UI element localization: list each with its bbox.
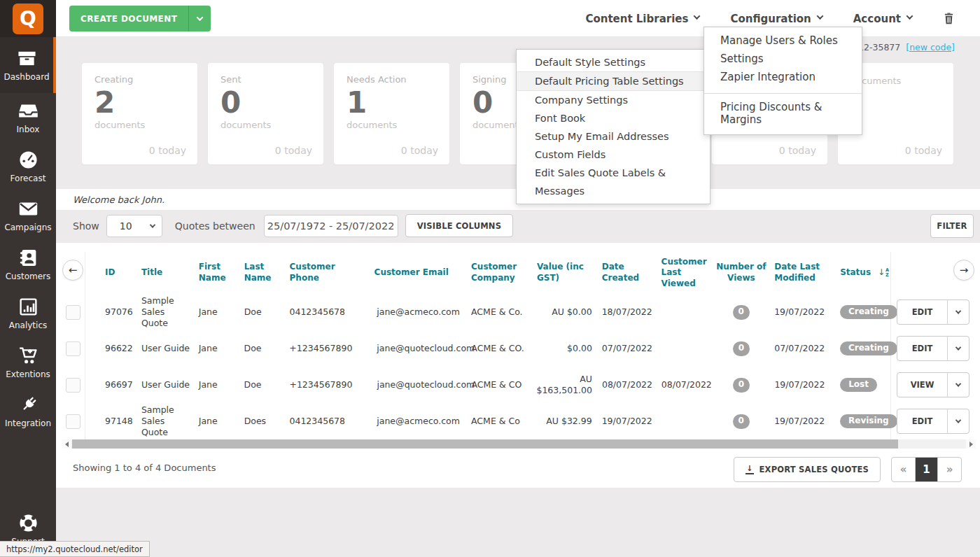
cell-date-modified: 07/07/2022: [767, 343, 830, 354]
row-action-button[interactable]: EDIT: [897, 409, 969, 434]
col-header-value[interactable]: Value (inc GST): [528, 262, 596, 283]
sidebar-item-forecast[interactable]: Forecast: [0, 142, 56, 191]
scrollbar-thumb[interactable]: [72, 439, 898, 449]
chevron-down-icon[interactable]: [947, 409, 969, 433]
sidebar-item-dashboard[interactable]: Dashboard: [0, 37, 56, 93]
pagination-next-button[interactable]: »: [938, 458, 961, 481]
submenu-item-edit-sales-quote-labels[interactable]: Edit Sales Quote Labels & Messages: [517, 164, 710, 200]
right-arrow-icon: →: [960, 264, 969, 276]
col-header-date-created[interactable]: Date Created: [596, 262, 656, 283]
cell-title: Sample Sales Quote: [137, 295, 193, 330]
col-header-id[interactable]: ID: [85, 267, 137, 278]
scroll-columns-left-button[interactable]: ←: [62, 260, 83, 281]
sidebar-item-campaigns[interactable]: Campaigns: [0, 191, 56, 240]
new-code-link[interactable]: [new code]: [906, 42, 955, 52]
col-header-customer-email[interactable]: Customer Email: [350, 267, 467, 278]
cell-phone: +1234567890: [285, 379, 350, 390]
row-action-button[interactable]: EDIT: [897, 299, 969, 325]
submenu-item-custom-fields[interactable]: Custom Fields: [517, 146, 710, 164]
create-document-button[interactable]: CREATE DOCUMENT: [69, 6, 211, 31]
sidebar-item-extentions[interactable]: Extentions: [0, 338, 56, 387]
stat-card-sent[interactable]: Sent 0 documents 0 today: [208, 63, 323, 164]
card-today: 0 today: [275, 145, 312, 156]
submenu-item-company-settings[interactable]: Company Settings: [517, 91, 710, 109]
col-header-customer-phone[interactable]: Customer Phone: [286, 262, 351, 283]
row-checkbox[interactable]: [66, 305, 80, 320]
scrollbar-left-arrow[interactable]: [62, 439, 71, 449]
welcome-message: Welcome back John.: [73, 195, 164, 205]
sidebar-item-analytics[interactable]: Analytics: [0, 289, 56, 338]
sidebar-item-label: Forecast: [10, 174, 46, 183]
col-header-date-last-modified[interactable]: Date Last Modified: [767, 262, 830, 283]
submenu-item-default-pricing-table-settings[interactable]: Default Pricing Table Settings: [517, 71, 710, 91]
cell-value: AU $163,501.00: [528, 374, 596, 397]
submenu-item-font-book[interactable]: Font Book: [517, 109, 710, 127]
gauge-icon: [18, 150, 38, 170]
card-today: 0 today: [779, 145, 816, 156]
filter-button[interactable]: FILTER: [930, 214, 974, 238]
cell-company: ACME & Co.: [467, 306, 528, 318]
show-label: Show: [73, 220, 99, 232]
topnav-label: Account: [853, 13, 901, 25]
sort-alpha-down-icon[interactable]: ↓ AZ: [878, 267, 889, 278]
pagination-current-page[interactable]: 1: [915, 458, 938, 481]
table-row: 96697 User Guide Jane Doe +1234567890 ja…: [66, 367, 979, 403]
cell-last-viewed: 08/07/2022: [656, 379, 715, 390]
row-checkbox[interactable]: [66, 414, 80, 429]
menu-item-manage-users-roles[interactable]: Manage Users & Roles: [704, 31, 862, 50]
app-logo[interactable]: Q: [0, 0, 56, 37]
create-document-label[interactable]: CREATE DOCUMENT: [69, 6, 188, 31]
pagination-prev-button[interactable]: «: [892, 458, 915, 481]
col-header-status[interactable]: Status ↓ AZ: [830, 267, 890, 278]
sidebar-item-integration[interactable]: Integration: [0, 387, 56, 436]
menu-item-zapier-integration[interactable]: Zapier Integration: [704, 68, 862, 86]
status-header-label: Status: [840, 267, 871, 277]
cell-id: 97148: [85, 416, 137, 427]
col-header-customer-last-viewed[interactable]: Customer Last Viewed: [656, 257, 715, 290]
scroll-columns-right-button[interactable]: →: [953, 260, 974, 281]
topnav-configuration[interactable]: Configuration: [730, 13, 822, 25]
col-header-last-name[interactable]: Last Name: [239, 262, 286, 283]
topnav-content-libraries[interactable]: Content Libraries: [585, 13, 699, 25]
submenu-item-setup-my-email-addresses[interactable]: Setup My Email Addresses: [517, 127, 710, 146]
col-header-customer-company[interactable]: Customer Company: [467, 262, 528, 283]
page-size-select[interactable]: 10: [106, 215, 162, 237]
row-action-button[interactable]: EDIT: [897, 336, 969, 361]
edit-button[interactable]: EDIT: [897, 300, 947, 324]
export-sales-quotes-button[interactable]: ↓ EXPORT SALES QUOTES: [734, 457, 881, 482]
menu-item-pricing-discounts-margins[interactable]: Pricing Discounts & Margins: [704, 94, 862, 134]
horizontal-scrollbar[interactable]: [62, 439, 976, 449]
card-today: 0 today: [905, 145, 942, 156]
col-header-number-of-views[interactable]: Number of Views: [715, 262, 767, 283]
col-header-title[interactable]: Title: [137, 267, 193, 278]
submenu-item-default-style-settings[interactable]: Default Style Settings: [517, 53, 710, 71]
sidebar-item-inbox[interactable]: Inbox: [0, 93, 56, 142]
sidebar-item-customers[interactable]: Customers: [0, 240, 56, 289]
visible-columns-button[interactable]: VISIBLE COLUMNS: [405, 214, 514, 237]
row-checkbox[interactable]: [66, 378, 80, 393]
date-range-input[interactable]: 25/07/1972 - 25/07/2022: [264, 215, 398, 237]
card-today: 0 today: [149, 145, 186, 156]
chevron-down-icon[interactable]: [947, 337, 969, 360]
edit-button[interactable]: EDIT: [897, 409, 947, 433]
scrollbar-right-arrow[interactable]: [966, 439, 976, 449]
chevron-down-icon[interactable]: [947, 373, 969, 397]
chevron-down-icon[interactable]: [947, 300, 969, 324]
row-checkbox[interactable]: [66, 341, 80, 356]
sidebar-item-label: Campaigns: [4, 223, 51, 232]
stat-card-needs-action[interactable]: Needs Action 1 documents 0 today: [334, 63, 449, 164]
view-button[interactable]: VIEW: [897, 373, 947, 397]
cell-title: Sample Sales Quote: [137, 404, 193, 439]
col-header-first-name[interactable]: First Name: [193, 262, 239, 283]
documents-table: ID Title First Name Last Name Customer P…: [66, 252, 979, 439]
chevron-down-icon[interactable]: [188, 6, 211, 31]
plug-icon: [18, 395, 38, 415]
edit-button[interactable]: EDIT: [897, 337, 947, 360]
cell-email: jane@acmeco.com: [350, 416, 467, 427]
row-action-button[interactable]: VIEW: [897, 372, 969, 397]
topnav-account[interactable]: Account: [853, 13, 912, 25]
stat-card-creating[interactable]: Creating 2 documents 0 today: [82, 63, 197, 164]
card-unit: documents: [220, 120, 311, 130]
menu-item-settings[interactable]: Settings: [704, 50, 862, 68]
trash-icon[interactable]: [943, 12, 955, 25]
